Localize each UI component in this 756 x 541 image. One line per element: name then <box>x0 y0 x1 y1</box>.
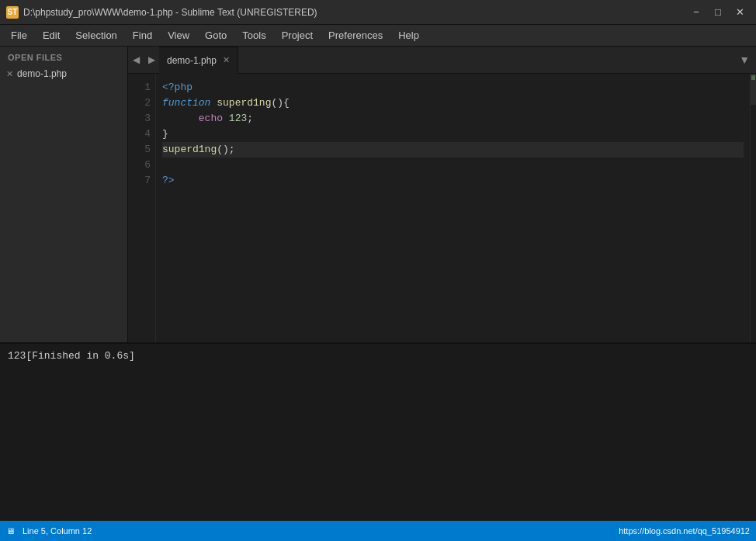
menu-help[interactable]: Help <box>390 27 427 43</box>
app-icon: ST <box>6 6 19 19</box>
status-left: 🖥 Line 5, Column 12 <box>6 526 92 536</box>
code-line-1: <?php <box>162 80 744 95</box>
sidebar-filename: demo-1.php <box>17 68 67 79</box>
code-tab-demo1[interactable]: demo-1.php ✕ <box>159 47 238 74</box>
line-num-2: 2 <box>131 95 151 111</box>
code-line-3: echo 123; <box>162 111 744 127</box>
menu-view[interactable]: View <box>160 27 197 43</box>
watermark-text: https://blog.csdn.net/qq_51954912 <box>619 526 750 536</box>
tab-nav-left[interactable]: ◀ <box>128 47 144 74</box>
code-editor[interactable]: 1 2 3 4 5 6 7 <?php function superd1ng()… <box>128 74 756 342</box>
main-area: OPEN FILES ✕ demo-1.php ◀ ▶ demo-1.php ✕… <box>0 47 756 521</box>
line-num-3: 3 <box>131 111 151 127</box>
code-line-2: function superd1ng(){ <box>162 95 744 111</box>
line-numbers: 1 2 3 4 5 6 7 <box>128 74 156 342</box>
code-panel: ◀ ▶ demo-1.php ✕ ▼ 1 2 3 4 5 6 7 <box>128 47 756 342</box>
sidebar-file-item[interactable]: ✕ demo-1.php <box>0 66 127 81</box>
code-line-6 <box>162 158 744 173</box>
editor-area: OPEN FILES ✕ demo-1.php ◀ ▶ demo-1.php ✕… <box>0 47 756 342</box>
output-panel[interactable]: 123[Finished in 0.6s] <box>0 342 756 521</box>
minimap-content <box>751 75 755 91</box>
title-bar-left: ST D:\phpstudy_pro\WWW\demo-1.php - Subl… <box>6 6 317 19</box>
line-num-6: 6 <box>131 158 151 173</box>
code-content[interactable]: <?php function superd1ng(){ echo 123; } … <box>156 74 750 342</box>
menu-goto[interactable]: Goto <box>197 27 234 43</box>
line-num-4: 4 <box>131 127 151 142</box>
sidebar-header: OPEN FILES <box>0 47 127 66</box>
line-col-item: Line 5, Column 12 <box>23 526 92 536</box>
maximize-button[interactable]: □ <box>708 5 728 20</box>
title-bar-controls: − □ ✕ <box>686 5 750 20</box>
status-bar: 🖥 Line 5, Column 12 https://blog.csdn.ne… <box>0 521 756 541</box>
line-num-7: 7 <box>131 173 151 189</box>
file-close-icon[interactable]: ✕ <box>6 69 13 79</box>
tab-filename: demo-1.php <box>167 55 217 66</box>
menu-preferences[interactable]: Preferences <box>321 27 390 43</box>
status-right: https://blog.csdn.net/qq_51954912 <box>619 526 750 536</box>
line-col-text: Line 5, Column 12 <box>23 526 92 536</box>
line-num-1: 1 <box>131 80 151 95</box>
code-line-7: ?> <box>162 173 744 189</box>
menu-tools[interactable]: Tools <box>234 27 273 43</box>
sidebar: OPEN FILES ✕ demo-1.php <box>0 47 128 342</box>
line-num-5: 5 <box>131 142 151 158</box>
title-bar-title: D:\phpstudy_pro\WWW\demo-1.php - Sublime… <box>23 7 317 18</box>
menu-edit[interactable]: Edit <box>35 27 68 43</box>
minimize-button[interactable]: − <box>686 5 706 20</box>
menu-project[interactable]: Project <box>274 27 321 43</box>
tab-close-icon[interactable]: ✕ <box>223 55 230 65</box>
close-button[interactable]: ✕ <box>730 5 750 20</box>
monitor-icon: 🖥 <box>6 526 15 536</box>
title-bar: ST D:\phpstudy_pro\WWW\demo-1.php - Subl… <box>0 0 756 25</box>
tab-bar: ◀ ▶ demo-1.php ✕ ▼ <box>128 47 756 74</box>
minimap <box>750 74 756 342</box>
code-line-5: superd1ng(); <box>162 142 744 158</box>
code-line-4: } <box>162 127 744 142</box>
menu-selection[interactable]: Selection <box>68 27 124 43</box>
monitor-icon-item: 🖥 <box>6 526 15 536</box>
tab-nav-right[interactable]: ▶ <box>144 47 159 74</box>
menu-bar: File Edit Selection Find View Goto Tools… <box>0 25 756 47</box>
output-text: 123[Finished in 0.6s] <box>8 350 135 362</box>
menu-file[interactable]: File <box>3 27 35 43</box>
menu-find[interactable]: Find <box>125 27 160 43</box>
tab-dropdown[interactable]: ▼ <box>733 54 756 66</box>
